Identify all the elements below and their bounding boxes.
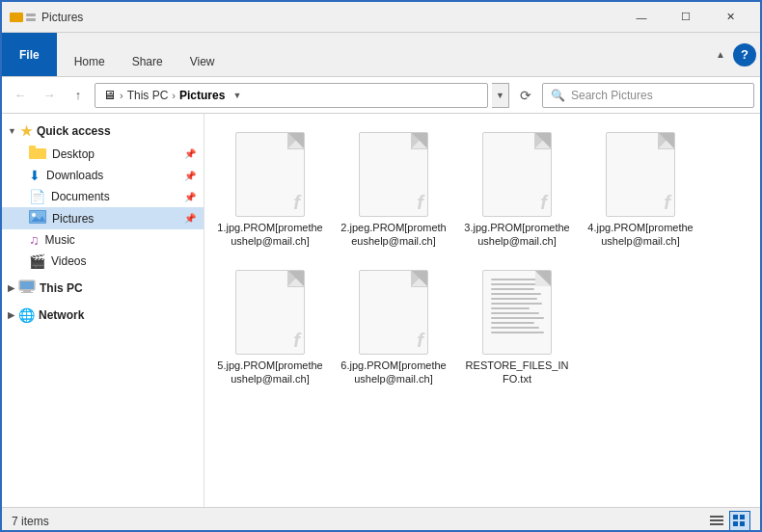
path-crumb-pictures[interactable]: Pictures [179, 89, 225, 102]
sidebar-section-thispc[interactable]: ▶ This PC [2, 276, 204, 300]
expand-icon: ▼ [8, 126, 16, 136]
svg-rect-15 [733, 521, 738, 526]
list-view-button[interactable] [706, 511, 727, 532]
watermark: f [664, 192, 670, 214]
doc-file-icon: f [606, 132, 675, 217]
sidebar-item-pictures[interactable]: Pictures 📌 [2, 207, 204, 229]
svg-rect-7 [23, 290, 31, 292]
file-item[interactable]: f 4.jpg.PROM[prometheushelp@mail.ch] [583, 125, 698, 255]
pin-icon: 📌 [184, 192, 196, 202]
sidebar-section-quickaccess[interactable]: ▼ ★ Quick access [2, 120, 204, 143]
watermark: f [540, 192, 547, 214]
doc-file-icon: f [235, 270, 305, 355]
large-icon-view-button[interactable] [729, 511, 750, 532]
pictures-icon [29, 210, 46, 226]
svg-rect-12 [710, 523, 723, 525]
sidebar-item-label: Documents [51, 190, 110, 203]
svg-rect-10 [710, 516, 723, 518]
file-name: 1.jpg.PROM[prometheushelp@mail.ch] [217, 221, 323, 249]
svg-rect-1 [29, 146, 36, 149]
sidebar-item-label: Desktop [52, 147, 95, 161]
svg-rect-8 [21, 292, 33, 293]
minimize-button[interactable]: — [619, 2, 664, 33]
sidebar-item-documents[interactable]: 📄 Documents 📌 [2, 186, 204, 207]
ribbon-tabs: Home Share View [57, 33, 232, 76]
file-icon-wrapper: f [235, 270, 305, 355]
file-item[interactable]: f 1.jpg.PROM[prometheushelp@mail.ch] [212, 125, 328, 255]
watermark: f [417, 330, 423, 352]
watermark: f [293, 330, 300, 352]
sidebar-section-network[interactable]: ▶ 🌐 Network [2, 304, 204, 327]
quickaccess-label: Quick access [37, 124, 111, 138]
view-mode-buttons [706, 511, 750, 532]
file-name: 6.jpg.PROM[prometheushelp@mail.ch] [340, 359, 447, 386]
file-name: 2.jpeg.PROM[prometheushelp@mail.ch] [340, 221, 447, 249]
tab-share[interactable]: Share [119, 49, 177, 76]
help-button[interactable]: ? [733, 43, 756, 66]
search-placeholder: Search Pictures [571, 89, 653, 102]
up-button[interactable]: ↑ [66, 83, 91, 108]
main-area: ▼ ★ Quick access Desktop 📌 ⬇ Downloads 📌… [2, 114, 760, 507]
refresh-button[interactable]: ⟳ [513, 83, 538, 108]
sidebar-item-videos[interactable]: 🎬 Videos [2, 251, 204, 272]
path-crumb-thispc[interactable]: This PC [127, 89, 169, 102]
svg-rect-14 [740, 515, 745, 519]
status-bar: 7 items [2, 507, 760, 532]
forward-button[interactable]: → [37, 83, 62, 108]
network-label: Network [39, 308, 84, 322]
svg-point-4 [32, 213, 36, 217]
maximize-button[interactable]: ☐ [664, 2, 708, 33]
sidebar-item-label: Videos [51, 254, 86, 268]
file-item[interactable]: RESTORE_FILES_INFO.txt [459, 263, 575, 393]
thispc-label: This PC [40, 281, 83, 295]
file-item[interactable]: f 6.jpg.PROM[prometheushelp@mail.ch] [336, 263, 451, 393]
sidebar-item-label: Music [45, 233, 75, 247]
search-box[interactable]: 🔍 Search Pictures [542, 83, 754, 108]
watermark: f [417, 192, 423, 214]
file-item[interactable]: f 2.jpeg.PROM[prometheushelp@mail.ch] [336, 125, 451, 255]
sidebar-item-music[interactable]: ♫ Music [2, 229, 204, 251]
sidebar-item-label: Downloads [46, 169, 103, 182]
sidebar-item-label: Pictures [52, 212, 94, 226]
address-path[interactable]: 🖥 › This PC › Pictures ▼ [95, 83, 488, 108]
file-item[interactable]: f 5.jpg.PROM[prometheushelp@mail.ch] [212, 263, 328, 393]
file-icon-wrapper: f [482, 132, 552, 217]
network-icon: 🌐 [18, 307, 35, 323]
window-controls: — ☐ ✕ [619, 2, 752, 33]
sidebar: ▼ ★ Quick access Desktop 📌 ⬇ Downloads 📌… [2, 114, 204, 507]
pin-icon: 📌 [184, 171, 196, 181]
doc-file-icon: f [359, 270, 428, 355]
item-count: 7 items [12, 515, 49, 528]
svg-rect-13 [733, 515, 738, 519]
tab-home[interactable]: Home [61, 49, 119, 76]
file-icon-wrapper: f [235, 132, 305, 217]
doc-file-icon: f [235, 132, 305, 217]
doc-file-icon: f [359, 132, 428, 217]
quickaccess-icon: ★ [20, 123, 33, 139]
file-icon-wrapper: f [359, 270, 428, 355]
svg-rect-9 [20, 281, 34, 289]
music-icon: ♫ [29, 232, 40, 248]
file-name: 5.jpg.PROM[prometheushelp@mail.ch] [217, 359, 323, 386]
back-button[interactable]: ← [8, 83, 33, 108]
search-icon: 🔍 [551, 89, 565, 102]
folder-icon [29, 146, 46, 162]
file-icon-wrapper: f [606, 132, 675, 217]
address-dropdown-button[interactable]: ▼ [492, 83, 509, 108]
close-button[interactable]: ✕ [708, 2, 752, 33]
expand-icon: ▶ [8, 283, 14, 293]
ribbon-collapse-icon[interactable]: ▲ [712, 45, 729, 64]
thispc-icon [18, 279, 36, 296]
file-icon-wrapper: f [359, 132, 428, 217]
svg-rect-0 [29, 148, 46, 159]
ribbon: File Home Share View ▲ ? [2, 33, 760, 77]
sidebar-item-downloads[interactable]: ⬇ Downloads 📌 [2, 165, 204, 186]
file-menu-button[interactable]: File [2, 33, 57, 76]
documents-icon: 📄 [29, 189, 45, 204]
file-item[interactable]: f 3.jpg.PROM[prometheushelp@mail.ch] [459, 125, 575, 255]
pin-icon: 📌 [184, 148, 196, 159]
downloads-icon: ⬇ [29, 168, 41, 183]
file-icon-wrapper [482, 270, 552, 355]
sidebar-item-desktop[interactable]: Desktop 📌 [2, 143, 204, 165]
tab-view[interactable]: View [177, 49, 229, 76]
